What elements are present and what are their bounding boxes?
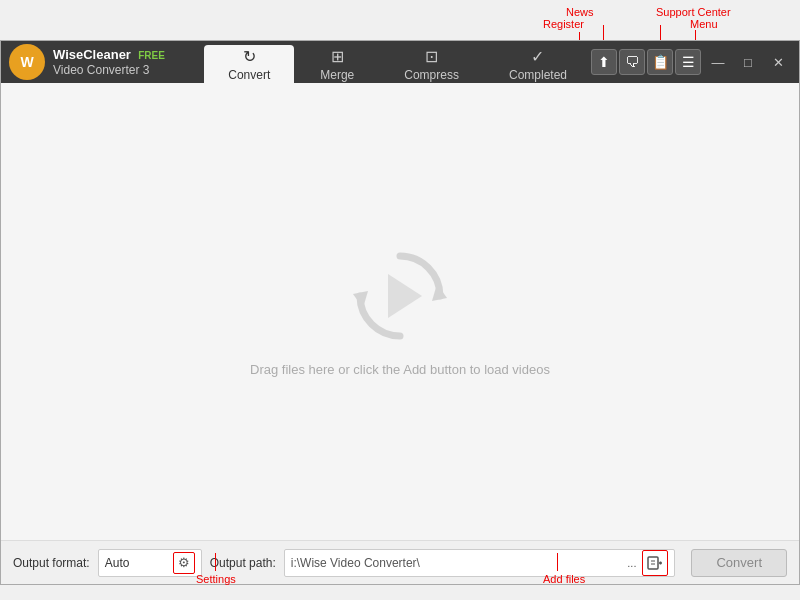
tab-merge[interactable]: ⊞ Merge	[296, 45, 378, 83]
register-annotation: Register	[543, 18, 584, 30]
add-files-button[interactable]	[642, 550, 668, 576]
toolbar-icons: ⬆ 🗨 📋 ☰ — □ ✕	[591, 49, 791, 75]
support-arrow-line	[660, 25, 661, 40]
close-button[interactable]: ✕	[765, 49, 791, 75]
output-format-field: Auto ⚙	[98, 549, 202, 577]
maximize-button[interactable]: □	[735, 49, 761, 75]
output-format-value: Auto	[105, 556, 165, 570]
title-bar: W WiseCleaner FREE Video Converter 3 ↻ C…	[1, 41, 799, 83]
svg-marker-2	[388, 274, 422, 318]
output-format-label: Output format:	[13, 556, 90, 570]
settings-button[interactable]: ⚙	[173, 552, 195, 574]
convert-icon	[350, 246, 450, 346]
tab-convert-label: Convert	[228, 68, 270, 82]
logo-area: W WiseCleaner FREE Video Converter 3	[9, 44, 204, 80]
menu-arrow-line	[695, 30, 696, 40]
register-button[interactable]: ⬆	[591, 49, 617, 75]
free-badge: FREE	[138, 50, 165, 61]
minimize-button[interactable]: —	[705, 49, 731, 75]
output-path-label: Output path:	[210, 556, 276, 570]
svg-rect-5	[648, 557, 658, 569]
support-button[interactable]: 📋	[647, 49, 673, 75]
news-arrow-line	[603, 25, 604, 40]
compress-tab-icon: ⊡	[425, 47, 438, 66]
browse-button[interactable]: ...	[627, 557, 636, 569]
menu-annotation: Menu	[690, 18, 718, 30]
drop-area: Drag files here or click the Add button …	[250, 246, 550, 377]
logo-icon: W	[9, 44, 45, 80]
tabs-container: ↻ Convert ⊞ Merge ⊡ Compress ✓ Completed	[204, 41, 591, 83]
tab-compress-label: Compress	[404, 68, 459, 82]
merge-tab-icon: ⊞	[331, 47, 344, 66]
convert-button[interactable]: Convert	[691, 549, 787, 577]
bottom-bar: Output format: Auto ⚙ Output path: i:\Wi…	[1, 540, 799, 584]
tab-compress[interactable]: ⊡ Compress	[380, 45, 483, 83]
tab-merge-label: Merge	[320, 68, 354, 82]
drop-hint: Drag files here or click the Add button …	[250, 362, 550, 377]
support-annotation: Support Center	[656, 6, 731, 18]
app-window: W WiseCleaner FREE Video Converter 3 ↻ C…	[0, 40, 800, 585]
output-path-field: i:\Wise Video Converter\ ...	[284, 549, 676, 577]
tab-completed-label: Completed	[509, 68, 567, 82]
completed-tab-icon: ✓	[531, 47, 544, 66]
tab-convert[interactable]: ↻ Convert	[204, 45, 294, 83]
tab-completed[interactable]: ✓ Completed	[485, 45, 591, 83]
convert-tab-icon: ↻	[243, 47, 256, 66]
news-button[interactable]: 🗨	[619, 49, 645, 75]
logo-text: WiseCleaner FREE Video Converter 3	[53, 47, 165, 77]
svg-text:W: W	[20, 54, 34, 70]
brand-name: WiseCleaner	[53, 47, 131, 62]
add-files-icon	[647, 555, 663, 571]
output-path-value: i:\Wise Video Converter\	[291, 556, 622, 570]
product-name: Video Converter 3	[53, 63, 165, 77]
main-content: Drag files here or click the Add button …	[1, 83, 799, 540]
register-arrow-line	[579, 32, 580, 40]
menu-button[interactable]: ☰	[675, 49, 701, 75]
news-annotation: News	[566, 6, 594, 18]
